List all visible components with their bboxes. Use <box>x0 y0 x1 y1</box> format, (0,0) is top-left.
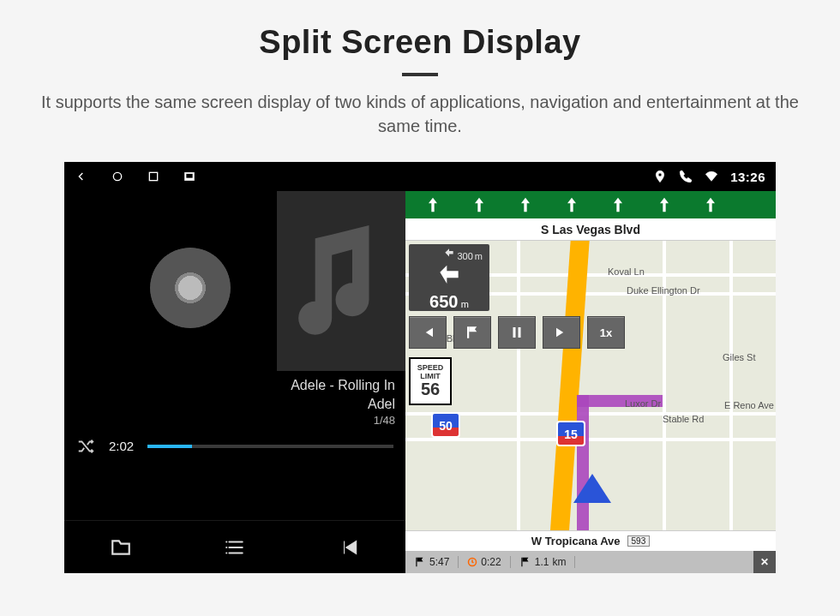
music-bottom-bar <box>64 520 405 573</box>
turn-sec-arrow-icon <box>443 248 455 260</box>
turn-secondary-unit: m <box>475 251 483 261</box>
elapsed-time: 2:02 <box>109 439 134 453</box>
map-label: Stable Rd <box>663 414 704 424</box>
page-subtitle: It supports the same screen display of t… <box>39 90 801 138</box>
svg-rect-9 <box>521 558 522 567</box>
map-flag-button[interactable] <box>453 316 491 349</box>
svg-rect-5 <box>513 327 516 338</box>
map[interactable]: Koval Ln Duke Ellington Dr Vegas Blvd Lu… <box>405 241 776 551</box>
lane-arrow-icon <box>702 196 719 213</box>
music-note-placeholder <box>277 191 405 371</box>
svg-rect-6 <box>519 327 521 338</box>
svg-rect-7 <box>416 558 417 567</box>
track-artist: Adel <box>64 395 395 414</box>
drive-time-value: 0:22 <box>481 556 501 568</box>
close-button[interactable]: ✕ <box>753 551 776 573</box>
statusbar: 13:26 <box>64 162 776 191</box>
shuffle-icon[interactable] <box>76 437 95 456</box>
album-art-area <box>64 191 405 371</box>
turn-distance: 650 <box>429 292 458 311</box>
route-shield: 15 <box>556 421 585 446</box>
turn-panel[interactable]: 300 m 650 m <box>409 244 489 311</box>
lane-guidance <box>405 191 776 218</box>
drive-time-cell[interactable]: 0:22 <box>459 556 510 568</box>
phone-icon <box>679 170 693 183</box>
vehicle-marker-icon <box>573 474 611 503</box>
distance-value: 1.1 <box>535 556 549 568</box>
home-icon[interactable] <box>111 170 124 183</box>
svg-rect-3 <box>186 174 193 178</box>
track-title: Adele - Rolling In <box>64 376 395 395</box>
lane-arrow-icon <box>424 196 441 213</box>
recent-icon[interactable] <box>147 170 160 183</box>
map-label: E Reno Ave <box>724 400 774 410</box>
disc-icon[interactable] <box>150 248 231 328</box>
map-label: Luxor Dr <box>625 398 661 409</box>
playlist-icon[interactable] <box>224 536 246 559</box>
map-controls: 1x <box>409 316 625 349</box>
music-note-icon <box>294 225 388 337</box>
map-next-button[interactable] <box>543 316 580 349</box>
turn-secondary-dist: 300 <box>457 251 472 261</box>
speed-multiplier-button[interactable]: 1x <box>587 316 625 349</box>
navigation-pane: S Las Vegas Blvd Koval Ln Duke Ellington… <box>405 191 776 573</box>
back-icon[interactable] <box>75 170 88 183</box>
clock-icon <box>467 557 477 567</box>
turn-unit: m <box>461 299 469 309</box>
map-label: Giles St <box>723 352 756 362</box>
lane-arrow-icon <box>609 196 627 213</box>
distance-unit: km <box>552 556 566 568</box>
turn-arrow-icon <box>435 263 463 290</box>
svg-point-0 <box>113 172 121 180</box>
map-label: Duke Ellington Dr <box>627 285 700 296</box>
lane-arrow-icon <box>563 196 580 213</box>
clock: 13:26 <box>730 170 765 184</box>
device-screen: 13:26 Adele - Rolling In Adel 1/48 2:02 <box>64 162 776 573</box>
svg-rect-4 <box>467 326 469 338</box>
lane-arrow-icon <box>471 196 488 213</box>
eta-value: 5:47 <box>429 556 449 568</box>
eta-cell[interactable]: 5:47 <box>405 556 459 568</box>
wifi-icon <box>705 170 718 183</box>
current-street: S Las Vegas Blvd <box>405 218 776 241</box>
next-street: W Tropicana Ave 593 <box>405 530 776 551</box>
map-pause-button[interactable] <box>498 316 536 349</box>
svg-rect-1 <box>149 172 157 180</box>
flag-icon <box>519 556 531 568</box>
lane-arrow-icon <box>656 196 673 213</box>
image-icon <box>183 170 196 183</box>
nav-bottom-bar: 5:47 0:22 1.1 km ✕ <box>405 551 776 573</box>
next-street-label: W Tropicana Ave <box>531 535 621 547</box>
track-counter: 1/48 <box>64 413 395 428</box>
music-pane: Adele - Rolling In Adel 1/48 2:02 <box>64 191 405 573</box>
previous-icon[interactable] <box>338 536 360 559</box>
flag-icon <box>414 556 426 568</box>
location-icon <box>653 170 667 183</box>
lane-arrow-icon <box>517 196 534 213</box>
speed-value: 56 <box>411 380 450 398</box>
speed-limit-sign: SPEED LIMIT 56 <box>409 357 452 405</box>
route-shield: 50 <box>431 412 460 438</box>
title-underline <box>402 73 438 76</box>
page-title: Split Screen Display <box>259 24 580 61</box>
folder-icon[interactable] <box>110 536 132 559</box>
exit-number: 593 <box>627 535 651 547</box>
distance-cell[interactable]: 1.1 km <box>511 556 576 568</box>
map-label: Koval Ln <box>608 266 645 277</box>
progress-bar[interactable] <box>147 445 393 448</box>
map-prev-button[interactable] <box>409 316 447 349</box>
